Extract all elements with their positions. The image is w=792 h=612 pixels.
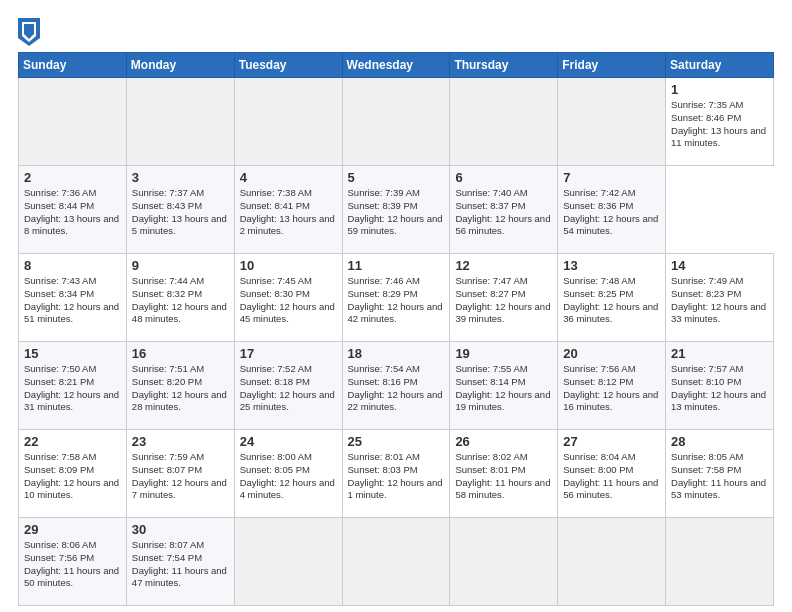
day-info: Sunrise: 8:05 AMSunset: 7:58 PMDaylight:… xyxy=(671,451,768,502)
day-info: Sunrise: 7:36 AMSunset: 8:44 PMDaylight:… xyxy=(24,187,121,238)
day-number: 2 xyxy=(24,170,121,185)
day-cell: 12Sunrise: 7:47 AMSunset: 8:27 PMDayligh… xyxy=(450,254,558,342)
day-info: Sunrise: 8:06 AMSunset: 7:56 PMDaylight:… xyxy=(24,539,121,590)
calendar: SundayMondayTuesdayWednesdayThursdayFrid… xyxy=(18,52,774,606)
header-day-friday: Friday xyxy=(558,53,666,78)
week-row-1: 1Sunrise: 7:35 AMSunset: 8:46 PMDaylight… xyxy=(19,78,774,166)
day-number: 17 xyxy=(240,346,337,361)
day-cell: 26Sunrise: 8:02 AMSunset: 8:01 PMDayligh… xyxy=(450,430,558,518)
day-number: 14 xyxy=(671,258,768,273)
day-number: 25 xyxy=(348,434,445,449)
day-info: Sunrise: 8:04 AMSunset: 8:00 PMDaylight:… xyxy=(563,451,660,502)
day-number: 15 xyxy=(24,346,121,361)
day-number: 11 xyxy=(348,258,445,273)
header-row: SundayMondayTuesdayWednesdayThursdayFrid… xyxy=(19,53,774,78)
day-info: Sunrise: 7:50 AMSunset: 8:21 PMDaylight:… xyxy=(24,363,121,414)
day-cell: 1Sunrise: 7:35 AMSunset: 8:46 PMDaylight… xyxy=(666,78,774,166)
day-info: Sunrise: 7:58 AMSunset: 8:09 PMDaylight:… xyxy=(24,451,121,502)
day-cell: 17Sunrise: 7:52 AMSunset: 8:18 PMDayligh… xyxy=(234,342,342,430)
day-number: 28 xyxy=(671,434,768,449)
day-number: 9 xyxy=(132,258,229,273)
day-cell: 10Sunrise: 7:45 AMSunset: 8:30 PMDayligh… xyxy=(234,254,342,342)
day-number: 1 xyxy=(671,82,768,97)
day-info: Sunrise: 7:52 AMSunset: 8:18 PMDaylight:… xyxy=(240,363,337,414)
day-cell xyxy=(19,78,127,166)
day-cell: 4Sunrise: 7:38 AMSunset: 8:41 PMDaylight… xyxy=(234,166,342,254)
day-number: 20 xyxy=(563,346,660,361)
day-cell: 15Sunrise: 7:50 AMSunset: 8:21 PMDayligh… xyxy=(19,342,127,430)
day-cell xyxy=(558,518,666,606)
logo xyxy=(18,18,44,46)
day-number: 7 xyxy=(563,170,660,185)
week-row-5: 22Sunrise: 7:58 AMSunset: 8:09 PMDayligh… xyxy=(19,430,774,518)
header-day-thursday: Thursday xyxy=(450,53,558,78)
day-cell: 24Sunrise: 8:00 AMSunset: 8:05 PMDayligh… xyxy=(234,430,342,518)
day-info: Sunrise: 8:00 AMSunset: 8:05 PMDaylight:… xyxy=(240,451,337,502)
day-cell xyxy=(234,78,342,166)
day-cell xyxy=(126,78,234,166)
day-info: Sunrise: 7:43 AMSunset: 8:34 PMDaylight:… xyxy=(24,275,121,326)
week-row-6: 29Sunrise: 8:06 AMSunset: 7:56 PMDayligh… xyxy=(19,518,774,606)
day-number: 4 xyxy=(240,170,337,185)
header-day-wednesday: Wednesday xyxy=(342,53,450,78)
day-info: Sunrise: 7:45 AMSunset: 8:30 PMDaylight:… xyxy=(240,275,337,326)
day-cell: 6Sunrise: 7:40 AMSunset: 8:37 PMDaylight… xyxy=(450,166,558,254)
day-info: Sunrise: 7:48 AMSunset: 8:25 PMDaylight:… xyxy=(563,275,660,326)
day-cell: 18Sunrise: 7:54 AMSunset: 8:16 PMDayligh… xyxy=(342,342,450,430)
header-day-saturday: Saturday xyxy=(666,53,774,78)
day-cell: 21Sunrise: 7:57 AMSunset: 8:10 PMDayligh… xyxy=(666,342,774,430)
header xyxy=(18,18,774,46)
day-cell xyxy=(558,78,666,166)
day-cell xyxy=(666,518,774,606)
day-cell: 23Sunrise: 7:59 AMSunset: 8:07 PMDayligh… xyxy=(126,430,234,518)
day-cell: 7Sunrise: 7:42 AMSunset: 8:36 PMDaylight… xyxy=(558,166,666,254)
day-cell: 8Sunrise: 7:43 AMSunset: 8:34 PMDaylight… xyxy=(19,254,127,342)
day-number: 26 xyxy=(455,434,552,449)
week-row-2: 2Sunrise: 7:36 AMSunset: 8:44 PMDaylight… xyxy=(19,166,774,254)
day-info: Sunrise: 8:01 AMSunset: 8:03 PMDaylight:… xyxy=(348,451,445,502)
day-number: 6 xyxy=(455,170,552,185)
day-info: Sunrise: 7:40 AMSunset: 8:37 PMDaylight:… xyxy=(455,187,552,238)
day-info: Sunrise: 7:42 AMSunset: 8:36 PMDaylight:… xyxy=(563,187,660,238)
day-info: Sunrise: 8:02 AMSunset: 8:01 PMDaylight:… xyxy=(455,451,552,502)
day-info: Sunrise: 8:07 AMSunset: 7:54 PMDaylight:… xyxy=(132,539,229,590)
day-cell: 13Sunrise: 7:48 AMSunset: 8:25 PMDayligh… xyxy=(558,254,666,342)
day-number: 29 xyxy=(24,522,121,537)
day-cell: 28Sunrise: 8:05 AMSunset: 7:58 PMDayligh… xyxy=(666,430,774,518)
day-number: 19 xyxy=(455,346,552,361)
day-info: Sunrise: 7:38 AMSunset: 8:41 PMDaylight:… xyxy=(240,187,337,238)
day-cell xyxy=(234,518,342,606)
day-info: Sunrise: 7:37 AMSunset: 8:43 PMDaylight:… xyxy=(132,187,229,238)
day-cell: 16Sunrise: 7:51 AMSunset: 8:20 PMDayligh… xyxy=(126,342,234,430)
day-cell: 14Sunrise: 7:49 AMSunset: 8:23 PMDayligh… xyxy=(666,254,774,342)
day-number: 23 xyxy=(132,434,229,449)
header-day-tuesday: Tuesday xyxy=(234,53,342,78)
day-cell: 27Sunrise: 8:04 AMSunset: 8:00 PMDayligh… xyxy=(558,430,666,518)
calendar-header: SundayMondayTuesdayWednesdayThursdayFrid… xyxy=(19,53,774,78)
header-day-sunday: Sunday xyxy=(19,53,127,78)
day-number: 30 xyxy=(132,522,229,537)
day-number: 3 xyxy=(132,170,229,185)
day-info: Sunrise: 7:49 AMSunset: 8:23 PMDaylight:… xyxy=(671,275,768,326)
day-cell: 29Sunrise: 8:06 AMSunset: 7:56 PMDayligh… xyxy=(19,518,127,606)
day-info: Sunrise: 7:55 AMSunset: 8:14 PMDaylight:… xyxy=(455,363,552,414)
day-info: Sunrise: 7:51 AMSunset: 8:20 PMDaylight:… xyxy=(132,363,229,414)
day-number: 5 xyxy=(348,170,445,185)
day-cell: 2Sunrise: 7:36 AMSunset: 8:44 PMDaylight… xyxy=(19,166,127,254)
week-row-4: 15Sunrise: 7:50 AMSunset: 8:21 PMDayligh… xyxy=(19,342,774,430)
day-info: Sunrise: 7:46 AMSunset: 8:29 PMDaylight:… xyxy=(348,275,445,326)
day-number: 27 xyxy=(563,434,660,449)
day-cell: 25Sunrise: 8:01 AMSunset: 8:03 PMDayligh… xyxy=(342,430,450,518)
day-number: 18 xyxy=(348,346,445,361)
calendar-body: 1Sunrise: 7:35 AMSunset: 8:46 PMDaylight… xyxy=(19,78,774,606)
day-info: Sunrise: 7:47 AMSunset: 8:27 PMDaylight:… xyxy=(455,275,552,326)
day-cell: 3Sunrise: 7:37 AMSunset: 8:43 PMDaylight… xyxy=(126,166,234,254)
day-number: 22 xyxy=(24,434,121,449)
day-cell: 30Sunrise: 8:07 AMSunset: 7:54 PMDayligh… xyxy=(126,518,234,606)
logo-icon xyxy=(18,18,40,46)
day-cell: 22Sunrise: 7:58 AMSunset: 8:09 PMDayligh… xyxy=(19,430,127,518)
day-cell: 5Sunrise: 7:39 AMSunset: 8:39 PMDaylight… xyxy=(342,166,450,254)
day-cell: 20Sunrise: 7:56 AMSunset: 8:12 PMDayligh… xyxy=(558,342,666,430)
day-number: 10 xyxy=(240,258,337,273)
day-info: Sunrise: 7:59 AMSunset: 8:07 PMDaylight:… xyxy=(132,451,229,502)
